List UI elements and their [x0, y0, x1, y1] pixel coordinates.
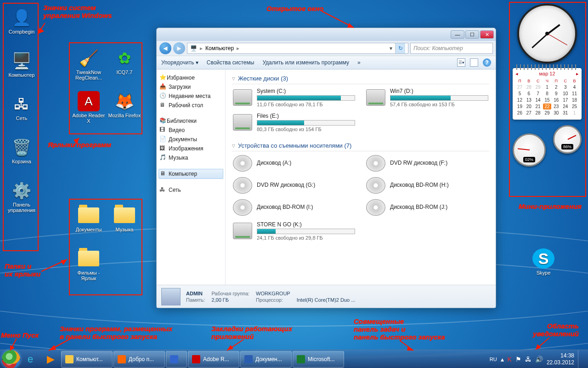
svg-marker-5	[74, 138, 79, 144]
minimize-button[interactable]: —	[451, 30, 464, 39]
search-input[interactable]: Поиск: Компьютер	[410, 43, 493, 54]
toolbar-organize[interactable]: Упорядочить ▾	[161, 59, 198, 66]
drive-item[interactable]: STORE N GO (K:) 24,1 ГБ свободно из 29,8…	[232, 220, 356, 242]
calendar-gadget[interactable]: ◂мар 12▸ ПВСЧПСВ 27282912345678910111213…	[513, 68, 582, 120]
cal-prev[interactable]: ◂	[515, 71, 518, 77]
picture-icon: 🖼	[159, 145, 166, 151]
drive-free-text: 80,3 ГБ свободно из 154 ГБ	[257, 126, 355, 132]
sidebar-item-pictures[interactable]: 🖼Изображения	[158, 144, 223, 153]
group-header-hdd[interactable]: Жесткие диски (3)	[232, 73, 489, 84]
window-titlebar[interactable]: — ☐ ✕	[157, 28, 496, 41]
drive-usage-bar	[257, 120, 355, 126]
desktop-icon-recycle-bin[interactable]: 🗑️Корзина	[5, 137, 39, 164]
tray-network-icon[interactable]: 🖧	[525, 356, 531, 363]
computer-icon: 🖥	[160, 170, 166, 177]
desktop-icon-label: Mozilla Firefox	[108, 113, 141, 118]
group-header-removable[interactable]: Устройства со съемными носителями (7)	[232, 140, 489, 151]
desktop-icon-compbegin[interactable]: 👤Compbegin	[5, 7, 39, 34]
system-tray: RU ▴ K ⚑ 🖧 🔊 14:38 22.03.2012	[490, 350, 586, 368]
taskbar-task[interactable]: Microsoft...	[293, 351, 344, 368]
taskbar: e ▶ Компьют...Добро п...Adobe R...Докуме…	[0, 350, 588, 368]
tray-show-hidden-icon[interactable]: ▴	[501, 356, 504, 363]
drive-item[interactable]: DVD RW дисковод (F:)	[365, 154, 489, 172]
sidebar-item-video[interactable]: 🎞Видео	[158, 126, 223, 135]
drive-item[interactable]: Дисковод BD-ROM (I:)	[232, 198, 356, 217]
sidebar-libraries-header[interactable]: 📚Библиотеки	[158, 116, 223, 126]
drive-icon	[366, 177, 385, 194]
show-desktop-button[interactable]	[578, 350, 583, 368]
tray-clock[interactable]: 14:38 22.03.2012	[547, 352, 574, 366]
drive-item[interactable]: Дисковод BD-ROM (J:)	[365, 198, 489, 217]
address-bar[interactable]: 🖥️ ▸ Компьютер ▸ ▾ ↻	[187, 43, 408, 54]
desktop-icon-control-panel[interactable]: ⚙️Панель управления	[5, 180, 39, 213]
explorer-window: — ☐ ✕ ◄ ► 🖥️ ▸ Компьютер ▸ ▾ ↻ Поиск: Ко…	[156, 28, 496, 308]
desktop-icon-label: Корзина	[12, 159, 31, 164]
cpu-meter-gadget[interactable]: 02% 86%	[513, 125, 582, 167]
taskbar-task[interactable]: Добро п...	[113, 351, 165, 368]
refresh-button[interactable]: ↻	[395, 43, 405, 53]
adobe-icon	[192, 355, 200, 363]
toolbar-uninstall-program[interactable]: Удалить или изменить программу	[262, 59, 349, 66]
tray-volume-icon[interactable]: 🔊	[535, 356, 543, 363]
svg-line-4	[74, 138, 79, 147]
drive-icon	[366, 199, 385, 216]
preview-pane-button[interactable]	[470, 58, 478, 67]
pinned-ie[interactable]: e	[20, 351, 40, 368]
drive-icon	[233, 155, 252, 172]
drive-item[interactable]: DVD RW дисковод (G:)	[232, 176, 356, 195]
desktop-shortcut-icq[interactable]: ✿ICQ7.7	[107, 48, 141, 75]
desktop-icon-network[interactable]: 🖧Сеть	[5, 94, 39, 121]
clock-gadget[interactable]	[517, 4, 577, 63]
close-button[interactable]: ✕	[480, 30, 494, 39]
sidebar-item-music[interactable]: 🎵Музыка	[158, 153, 223, 162]
desktop-shortcut-adobe-reader[interactable]: AAdobe Reader X	[72, 91, 106, 124]
desktop-shortcut-firefox[interactable]: 🦊Mozilla Firefox	[107, 91, 141, 118]
sidebar-item-recent[interactable]: 🕓Недавние места	[158, 92, 223, 101]
sidebar-item-network[interactable]: 🖧Сеть	[158, 185, 223, 195]
drive-name: System (C:)	[257, 88, 355, 94]
explorer-toolbar: Упорядочить ▾ Свойства системы Удалить и…	[157, 56, 496, 69]
desktop-folder-documents[interactable]: Документы	[72, 205, 106, 232]
explorer-icon	[65, 355, 74, 363]
desktop-folder-movies-shortcut[interactable]: Фильмы - Ярлык	[72, 248, 106, 281]
taskbar-task[interactable]: Adobe R...	[188, 351, 239, 368]
desktop-shortcut-skype[interactable]: SSkype	[526, 248, 560, 276]
pinned-media-player[interactable]: ▶	[40, 351, 61, 368]
desktop-icon-computer[interactable]: 🖥️Компьютер	[5, 51, 39, 78]
help-button[interactable]: ?	[483, 58, 491, 67]
sidebar-item-desktop[interactable]: 🖥Рабочий стол	[158, 101, 223, 110]
taskbar-task[interactable]: Докумен...	[240, 351, 292, 368]
drive-item[interactable]: Win7 (D:) 57,4 ГБ свободно из 153 ГБ	[365, 87, 489, 108]
cal-next[interactable]: ▸	[576, 71, 579, 77]
tray-kaspersky-icon[interactable]: K	[508, 356, 512, 363]
drive-item[interactable]: Дисковод BD-ROM (H:)	[365, 176, 489, 195]
tray-lang[interactable]: RU	[490, 356, 497, 362]
drive-name: DVD RW дисковод (G:)	[257, 182, 355, 188]
taskbar-task[interactable]	[166, 351, 187, 368]
taskbar-task[interactable]: Компьют...	[61, 351, 113, 368]
toolbar-overflow[interactable]: »	[357, 59, 361, 66]
drive-item[interactable]: Files (E:) 80,3 ГБ свободно из 154 ГБ	[232, 112, 356, 133]
dropdown-icon[interactable]: ▾	[390, 45, 392, 52]
desktop-shortcut-tweaknow[interactable]: 🧹TweakNow RegClean...	[72, 48, 106, 80]
desktop-folder-music[interactable]: Музыка	[107, 205, 141, 232]
drive-icon	[233, 89, 252, 106]
toolbar-system-properties[interactable]: Свойства системы	[207, 59, 254, 66]
view-options-button[interactable]: ☰▾	[457, 58, 465, 67]
annotation-shortcuts: Ярлыки программ	[48, 141, 111, 149]
drive-item[interactable]: System (C:) 11,0 ГБ свободно из 78,1 ГБ	[232, 87, 356, 108]
tray-flag-icon[interactable]: ⚑	[515, 356, 521, 363]
desktop-icon-label: Compbegin	[9, 29, 34, 34]
desktop-icon-label: Фильмы - Ярлык	[78, 270, 100, 281]
start-button[interactable]	[2, 350, 20, 368]
sidebar-favorites-header[interactable]: ⭐Избранное	[158, 73, 223, 82]
task-label: Adobe R...	[203, 356, 229, 362]
sidebar-item-documents[interactable]: 📄Документы	[158, 135, 223, 144]
sidebar-item-downloads[interactable]: 📥Загрузки	[158, 82, 223, 92]
breadcrumb-item[interactable]: Компьютер	[205, 45, 234, 52]
drive-item[interactable]: Дисковод (A:)	[232, 154, 356, 172]
sidebar-item-computer[interactable]: 🖥Компьютер	[158, 169, 223, 179]
maximize-button[interactable]: ☐	[465, 30, 479, 39]
nav-forward-button[interactable]: ►	[173, 42, 185, 54]
nav-back-button[interactable]: ◄	[159, 42, 171, 54]
